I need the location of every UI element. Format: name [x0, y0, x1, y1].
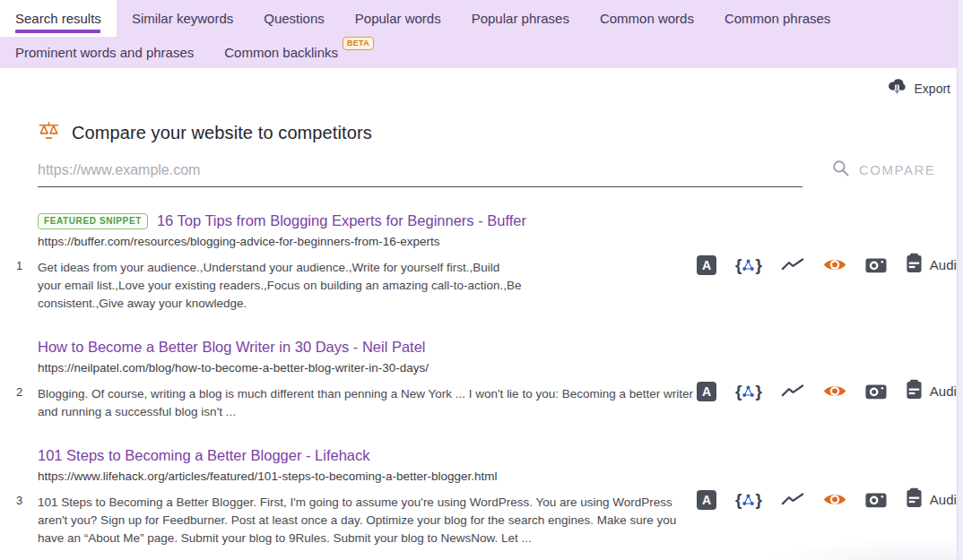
tab-label: Common words [600, 11, 694, 26]
result-rank: 3 [0, 447, 38, 547]
tab-label: Popular words [355, 11, 441, 26]
tab-bar: Search results Similar keywords Question… [0, 0, 963, 68]
result-title-row: FEATURED SNIPPET 16 Top Tips from Bloggi… [38, 212, 697, 229]
tab-popular-words[interactable]: Popular words [340, 0, 456, 37]
text-block-icon[interactable]: A [697, 382, 716, 401]
result-url: https://neilpatel.com/blog/how-to-become… [38, 361, 697, 375]
audit-label: Audit [930, 257, 960, 272]
serp-result-row: 1 FEATURED SNIPPET 16 Top Tips from Blog… [0, 212, 963, 313]
result-content: How to Become a Better Blog Writer in 30… [38, 339, 697, 421]
audit-label: Audit [930, 383, 960, 399]
result-description: Blogging. Of course, writing a blog is m… [38, 385, 694, 421]
trend-chart-icon[interactable] [781, 383, 804, 399]
tab-label: Common backlinks [224, 45, 338, 60]
tab-common-backlinks[interactable]: Common backlinks BETA [209, 45, 353, 60]
result-title-link[interactable]: How to Become a Better Blog Writer in 30… [38, 339, 426, 356]
audit-button[interactable]: Audit [906, 487, 960, 512]
scales-icon [38, 121, 60, 144]
result-rank: 2 [0, 339, 38, 421]
result-action-icons: A { } [697, 447, 960, 512]
tab-row-primary: Search results Similar keywords Question… [0, 0, 963, 37]
result-rank: 1 [0, 212, 38, 313]
audit-clipboard-icon [906, 487, 923, 512]
tab-common-words[interactable]: Common words [585, 0, 709, 37]
compare-input-row: COMPARE [38, 159, 963, 187]
serp-result-row: 2 How to Become a Better Blog Writer in … [0, 339, 963, 421]
compare-heading-row: Compare your website to competitors [38, 121, 963, 144]
audit-clipboard-icon [906, 253, 923, 277]
result-content: FEATURED SNIPPET 16 Top Tips from Bloggi… [38, 212, 697, 313]
cloud-download-icon [887, 77, 907, 99]
tab-label: Prominent words and phrases [15, 45, 194, 60]
export-button[interactable]: Export [887, 77, 950, 99]
text-block-icon[interactable]: A [697, 255, 716, 275]
tab-similar-keywords[interactable]: Similar keywords [117, 0, 248, 37]
highlight-view-icon[interactable] [823, 492, 846, 507]
result-action-icons: A { } [697, 339, 960, 403]
structured-markup-icon[interactable]: { } [735, 491, 762, 508]
result-title-row: How to Become a Better Blog Writer in 30… [38, 339, 697, 356]
screenshot-camera-icon[interactable] [865, 256, 887, 273]
tab-search-results[interactable]: Search results [0, 0, 117, 37]
compare-button[interactable]: COMPARE [832, 159, 935, 187]
tab-popular-phrases[interactable]: Popular phrases [456, 0, 585, 37]
result-description: Get ideas from your audience.,Understand… [38, 259, 526, 313]
result-title-row: 101 Steps to Becoming a Better Blogger -… [38, 447, 697, 464]
tab-common-phrases[interactable]: Common phrases [709, 0, 846, 37]
tab-row-secondary: Prominent words and phrases Common backl… [0, 37, 963, 68]
page-title: Compare your website to competitors [72, 123, 372, 143]
text-block-icon[interactable]: A [697, 490, 716, 510]
highlight-view-icon[interactable] [823, 257, 846, 272]
serp-results-list: 1 FEATURED SNIPPET 16 Top Tips from Blog… [0, 212, 963, 547]
structured-markup-icon[interactable]: { } [735, 383, 762, 400]
trend-chart-icon[interactable] [781, 257, 804, 272]
compare-button-label: COMPARE [859, 162, 935, 177]
featured-snippet-badge: FEATURED SNIPPET [38, 213, 148, 229]
result-title-link[interactable]: 101 Steps to Becoming a Better Blogger -… [38, 447, 370, 464]
export-row: Export [0, 77, 963, 99]
audit-clipboard-icon [906, 379, 923, 403]
tab-questions[interactable]: Questions [248, 0, 340, 37]
result-url: https://buffer.com/resources/blogging-ad… [38, 235, 697, 248]
export-label: Export [915, 82, 950, 96]
result-description: 101 Steps to Becoming a Better Blogger. … [38, 494, 694, 547]
result-content: 101 Steps to Becoming a Better Blogger -… [38, 447, 697, 547]
result-title-link[interactable]: 16 Top Tips from Blogging Experts for Be… [157, 212, 526, 229]
structured-markup-icon[interactable]: { } [735, 256, 762, 273]
audit-button[interactable]: Audit [906, 253, 960, 277]
search-icon [832, 159, 849, 180]
screenshot-camera-icon[interactable] [865, 491, 887, 508]
serp-result-row: 3 101 Steps to Becoming a Better Blogger… [0, 447, 963, 547]
result-url: https://www.lifehack.org/articles/featur… [38, 470, 697, 483]
beta-badge: BETA [343, 37, 374, 50]
tab-label: Common phrases [724, 11, 830, 26]
audit-label: Audit [930, 492, 960, 507]
tab-prominent-words[interactable]: Prominent words and phrases [0, 45, 209, 60]
audit-button[interactable]: Audit [906, 379, 960, 403]
trend-chart-icon[interactable] [781, 492, 804, 507]
competitor-url-input[interactable] [38, 159, 802, 186]
result-action-icons: A { } [697, 212, 960, 277]
highlight-view-icon[interactable] [823, 383, 846, 399]
tab-label: Search results [15, 11, 101, 26]
page-right-edge [957, 0, 963, 560]
screenshot-camera-icon[interactable] [865, 383, 887, 400]
tab-label: Questions [264, 11, 325, 26]
tab-label: Similar keywords [132, 11, 233, 26]
url-input-underline [38, 159, 802, 187]
tab-label: Popular phrases [472, 11, 569, 26]
